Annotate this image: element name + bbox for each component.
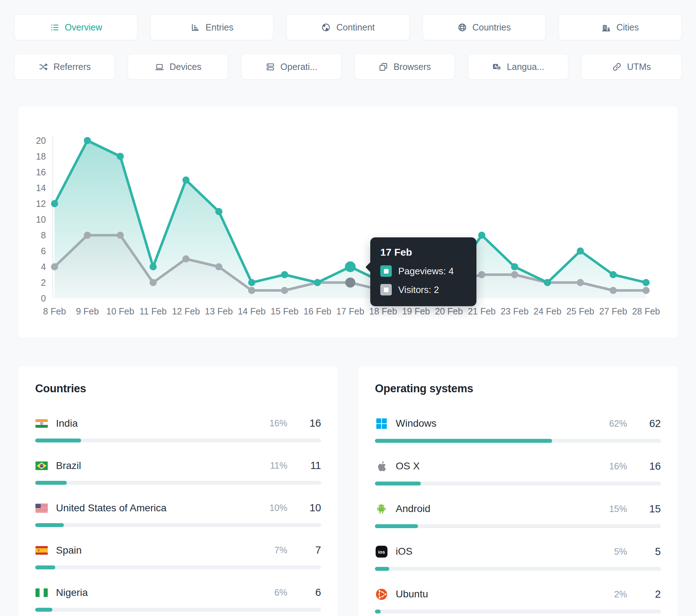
item-percent: 2%	[614, 589, 627, 600]
earth-icon	[321, 23, 331, 32]
panel-title: Operating systems	[375, 382, 661, 395]
list-item: United States of America 10% 10	[35, 502, 321, 527]
item-bar-track	[375, 439, 661, 443]
tooltip-row-text: Pageviews: 4	[398, 266, 454, 277]
svg-text:18 Feb: 18 Feb	[369, 306, 397, 316]
tab-overview[interactable]: Overview	[14, 14, 137, 40]
tab-utms[interactable]: UTMs	[581, 54, 682, 80]
item-bar-track	[35, 565, 321, 569]
tab-label: Countries	[472, 22, 511, 33]
item-name: Nigeria	[56, 587, 267, 598]
flag-spain-icon	[35, 546, 48, 555]
item-percent: 62%	[609, 418, 627, 429]
item-bar-track	[35, 523, 321, 527]
primary-tabs: Overview Entries Continent Count	[0, 14, 696, 40]
svg-text:A: A	[494, 64, 497, 68]
tab-continent[interactable]: Continent	[286, 14, 409, 40]
svg-text:20: 20	[36, 136, 46, 146]
item-bar-fill	[375, 439, 552, 443]
chart-tooltip: 17 Feb Pageviews: 4 Visitors: 2	[370, 237, 476, 306]
svg-text:18: 18	[36, 151, 46, 161]
item-percent: 16%	[269, 418, 287, 428]
item-bar-track	[35, 439, 321, 442]
item-bar-fill	[35, 439, 81, 442]
flag-india-icon	[35, 419, 48, 428]
item-name: OS X	[396, 460, 601, 472]
item-name: India	[56, 418, 262, 429]
list-item: Brazil 11% 11	[35, 460, 321, 485]
svg-text:16: 16	[36, 167, 46, 177]
tab-entries[interactable]: Entries	[150, 14, 273, 40]
item-percent: 7%	[274, 545, 287, 555]
tab-referrers[interactable]: Referrers	[14, 54, 115, 80]
svg-text:20 Feb: 20 Feb	[435, 306, 463, 316]
list-item: Android 15% 15	[375, 503, 661, 528]
server-icon	[265, 62, 275, 72]
item-percent: 16%	[609, 461, 627, 472]
tab-browsers[interactable]: Browsers	[354, 54, 455, 80]
windows-stack-icon	[378, 62, 388, 72]
item-count: 11	[304, 460, 321, 472]
tab-languages[interactable]: A z Langua...	[468, 54, 568, 80]
item-bar-track	[35, 481, 321, 485]
bar-chart-icon	[191, 23, 200, 32]
tab-countries[interactable]: Countries	[423, 14, 546, 40]
tab-label: Langua...	[507, 62, 544, 72]
tab-devices[interactable]: Devices	[128, 54, 228, 80]
flag-usa-icon	[35, 504, 48, 512]
svg-text:14: 14	[36, 183, 46, 193]
svg-text:13 Feb: 13 Feb	[205, 306, 233, 316]
laptop-icon	[155, 62, 164, 72]
svg-text:6: 6	[41, 246, 46, 256]
tooltip-row: Visitors: 2	[380, 284, 466, 295]
svg-text:21 Feb: 21 Feb	[468, 306, 496, 316]
item-percent: 10%	[269, 503, 287, 513]
tab-label: UTMs	[627, 62, 651, 72]
svg-text:ios: ios	[378, 549, 385, 554]
item-bar-track	[375, 482, 661, 485]
svg-text:2: 2	[41, 278, 46, 288]
list-item: Windows 62% 62	[375, 417, 661, 443]
item-bar-fill	[35, 523, 64, 527]
item-bar-fill	[375, 524, 418, 528]
item-bar-fill	[35, 565, 55, 569]
item-bar-track	[375, 524, 661, 528]
list-item: Spain 7% 7	[35, 544, 321, 569]
list-item: India 16% 16	[35, 417, 321, 442]
logo-ubuntu-icon	[375, 588, 388, 600]
svg-text:9 Feb: 9 Feb	[76, 306, 99, 316]
svg-text:15 Feb: 15 Feb	[271, 306, 298, 316]
flag-brazil-icon	[35, 461, 48, 470]
tab-cities[interactable]: Cities	[559, 14, 682, 40]
svg-text:27 Feb: 27 Feb	[599, 306, 627, 316]
item-bar-track	[35, 608, 321, 612]
item-count: 7	[304, 544, 321, 556]
item-name: iOS	[396, 546, 606, 557]
tooltip-date: 17 Feb	[380, 247, 466, 258]
item-bar-fill	[375, 567, 389, 571]
tab-label: Browsers	[394, 62, 431, 72]
list-item: Ubuntu 2% 2	[375, 588, 661, 613]
tooltip-row: Pageviews: 4	[380, 265, 466, 277]
tab-label: Continent	[336, 22, 375, 33]
tooltip-row-text: Visitors: 2	[398, 284, 439, 295]
breakdown-panels: Countries India 16% 16 Brazil 11% 11	[19, 366, 677, 616]
item-name: Windows	[396, 418, 601, 429]
list-icon	[50, 23, 60, 32]
shuffle-icon	[38, 62, 48, 72]
item-bar-track	[375, 610, 661, 613]
item-count: 5	[644, 546, 661, 558]
svg-text:25 Feb: 25 Feb	[566, 306, 594, 316]
series-swatch	[380, 265, 392, 277]
traffic-line-chart[interactable]: 024681012141618208 Feb9 Feb10 Feb11 Feb1…	[19, 106, 677, 338]
traffic-chart-card: 024681012141618208 Feb9 Feb10 Feb11 Feb1…	[19, 106, 677, 338]
item-bar-fill	[375, 482, 421, 485]
flag-nigeria-icon	[35, 588, 48, 597]
svg-text:8 Feb: 8 Feb	[43, 306, 66, 316]
svg-text:28 Feb: 28 Feb	[632, 306, 660, 316]
svg-text:24 Feb: 24 Feb	[533, 306, 561, 316]
tab-operating-systems[interactable]: Operati...	[241, 54, 342, 80]
logo-android-icon	[375, 503, 388, 515]
panel-title: Countries	[35, 382, 321, 395]
series-swatch	[380, 284, 392, 295]
